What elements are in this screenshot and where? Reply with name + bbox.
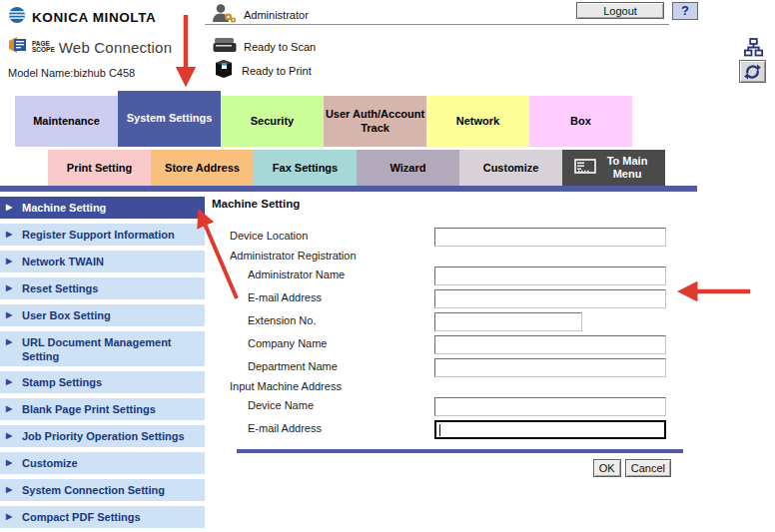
user-name-label: Administrator bbox=[244, 9, 309, 21]
field-label: Device Location bbox=[230, 230, 308, 242]
sidebar-item-job-priority-operation-settings[interactable]: ▶Job Priority Operation Settings bbox=[0, 425, 205, 447]
sidebar-item-stamp-settings[interactable]: ▶Stamp Settings bbox=[0, 371, 205, 393]
input-extension-no[interactable] bbox=[434, 312, 582, 331]
sidebar-item-label: Register Support Information bbox=[22, 229, 175, 241]
status-label: Ready to Scan bbox=[244, 41, 316, 53]
pagescope-wordmark: PAGE SCOPE bbox=[32, 41, 55, 54]
status-ready-to-scan: Ready to Scan bbox=[213, 36, 316, 57]
field-label: Device Name bbox=[248, 399, 314, 411]
printer-icon bbox=[213, 59, 235, 83]
ok-button[interactable]: OK bbox=[593, 459, 621, 477]
triangle-icon: ▶ bbox=[6, 429, 12, 443]
sidebar-item-blank-page-print-settings[interactable]: ▶Blank Page Print Settings bbox=[0, 398, 205, 420]
main-tab-bar: MaintenanceSystem SettingsSecurityUser A… bbox=[15, 91, 632, 147]
triangle-icon: ▶ bbox=[6, 308, 12, 322]
triangle-icon: ▶ bbox=[6, 228, 12, 242]
input-device-name[interactable] bbox=[434, 397, 666, 416]
sidebar-item-customize[interactable]: ▶Customize bbox=[0, 452, 205, 474]
input-administrator-name[interactable] bbox=[434, 266, 666, 285]
sidebar-item-label: Machine Setting bbox=[22, 202, 106, 214]
main-menu-icon bbox=[574, 159, 596, 177]
field-label: Administrator Name bbox=[248, 268, 345, 280]
sidebar-item-label: User Box Setting bbox=[22, 309, 111, 321]
refresh-button[interactable] bbox=[739, 60, 766, 83]
form-row-administrator-name: Administrator Name bbox=[212, 266, 683, 288]
form-bottom-divider bbox=[237, 449, 683, 453]
input-company-name[interactable] bbox=[434, 335, 666, 354]
form-row-e-mail-address: E-mail Address bbox=[212, 419, 683, 442]
brand-block: KONICA MINOLTA PAGE SCOPE Web Connection… bbox=[8, 6, 172, 79]
pagescope-web-connection-screen: KONICA MINOLTA PAGE SCOPE Web Connection… bbox=[0, 0, 775, 532]
subtab-to-main-menu[interactable]: To Main Menu bbox=[562, 150, 665, 186]
status-label: Ready to Print bbox=[242, 65, 312, 77]
sidebar-item-label: URL Document Management Setting bbox=[22, 336, 172, 362]
sidebar-item-register-support-information[interactable]: ▶Register Support Information bbox=[0, 224, 205, 246]
sidebar-item-label: Reset Settings bbox=[22, 282, 98, 294]
triangle-icon: ▶ bbox=[6, 375, 12, 389]
pagescope-icon bbox=[8, 35, 28, 59]
machine-setting-panel: Machine Setting Device LocationAdministr… bbox=[212, 195, 683, 477]
input-department-name[interactable] bbox=[434, 358, 666, 377]
sub-tab-bar: Print SettingStore AddressFax SettingsWi… bbox=[48, 150, 665, 186]
sidebar-item-label: Stamp Settings bbox=[22, 376, 102, 388]
triangle-icon: ▶ bbox=[6, 483, 12, 497]
machine-setting-form: Device LocationAdministrator Registratio… bbox=[212, 227, 683, 442]
input-e-mail-address[interactable] bbox=[434, 289, 666, 308]
help-button[interactable]: ? bbox=[672, 2, 698, 20]
sidebar-item-url-document-management-setting[interactable]: ▶URL Document Management Setting bbox=[0, 331, 205, 366]
brand-logo-text: KONICA MINOLTA bbox=[32, 10, 156, 25]
field-label: Extension No. bbox=[248, 314, 316, 326]
triangle-icon: ▶ bbox=[6, 510, 12, 524]
form-row-extension-no: Extension No. bbox=[212, 311, 683, 334]
form-row-department-name: Department Name bbox=[212, 357, 683, 380]
subtab-fax-settings[interactable]: Fax Settings bbox=[254, 150, 357, 186]
cancel-button[interactable]: Cancel bbox=[625, 459, 671, 477]
header-separator bbox=[205, 24, 669, 25]
sidebar-item-label: Customize bbox=[22, 457, 78, 469]
tab-network[interactable]: Network bbox=[426, 96, 529, 147]
section-label-administrator-registration: Administrator Registration bbox=[212, 250, 683, 266]
scanner-icon bbox=[213, 36, 237, 57]
triangle-icon: ▶ bbox=[6, 281, 12, 295]
tab-box[interactable]: Box bbox=[529, 96, 632, 147]
field-label: E-mail Address bbox=[248, 291, 322, 303]
subtab-store-address[interactable]: Store Address bbox=[151, 150, 254, 186]
sidebar-item-machine-setting[interactable]: ▶Machine Setting bbox=[0, 197, 205, 219]
subtab-wizard[interactable]: Wizard bbox=[357, 150, 459, 186]
sidebar-item-reset-settings[interactable]: ▶Reset Settings bbox=[0, 277, 205, 299]
sidebar-item-user-box-setting[interactable]: ▶User Box Setting bbox=[0, 304, 205, 326]
field-label: Company Name bbox=[248, 337, 327, 349]
triangle-icon: ▶ bbox=[6, 201, 12, 215]
sidebar-item-label: Blank Page Print Settings bbox=[22, 403, 156, 415]
tab-security[interactable]: Security bbox=[221, 96, 324, 147]
field-label: Department Name bbox=[248, 360, 338, 372]
sidebar-item-label: Job Priority Operation Settings bbox=[22, 430, 185, 442]
page-title: Machine Setting bbox=[212, 198, 683, 211]
product-name: Web Connection bbox=[59, 39, 172, 56]
tab-maintenance[interactable]: Maintenance bbox=[15, 96, 118, 147]
sidebar-item-compact-pdf-settings[interactable]: ▶Compact PDF Settings bbox=[0, 506, 205, 528]
sidebar-menu: ▶Machine Setting▶Register Support Inform… bbox=[0, 197, 205, 528]
text-cursor bbox=[439, 424, 440, 436]
form-row-e-mail-address: E-mail Address bbox=[212, 288, 683, 311]
tab-user-auth-account-track[interactable]: User Auth/Account Track bbox=[324, 96, 426, 147]
logout-button[interactable]: Logout bbox=[576, 2, 664, 19]
input-device-location[interactable] bbox=[434, 228, 666, 247]
sidebar-item-network-twain[interactable]: ▶Network TWAIN bbox=[0, 251, 205, 272]
tab-system-settings[interactable]: System Settings bbox=[118, 91, 221, 147]
content-top-divider bbox=[0, 186, 697, 192]
sidebar-item-system-connection-setting[interactable]: ▶System Connection Setting bbox=[0, 479, 205, 501]
subtab-print-setting[interactable]: Print Setting bbox=[48, 150, 151, 186]
form-actions: OK Cancel bbox=[212, 459, 671, 477]
model-name: Model Name:bizhub C458 bbox=[8, 67, 172, 79]
field-label: E-mail Address bbox=[248, 422, 322, 434]
sidebar-item-label: System Connection Setting bbox=[22, 484, 165, 496]
triangle-icon: ▶ bbox=[6, 335, 12, 349]
triangle-icon: ▶ bbox=[6, 402, 12, 416]
subtab-customize[interactable]: Customize bbox=[459, 150, 562, 186]
konica-globe-icon bbox=[8, 6, 26, 28]
input-e-mail-address-2[interactable] bbox=[434, 420, 666, 439]
form-row-company-name: Company Name bbox=[212, 334, 683, 357]
network-topology-icon[interactable] bbox=[744, 38, 763, 61]
status-ready-to-print: Ready to Print bbox=[213, 59, 312, 83]
